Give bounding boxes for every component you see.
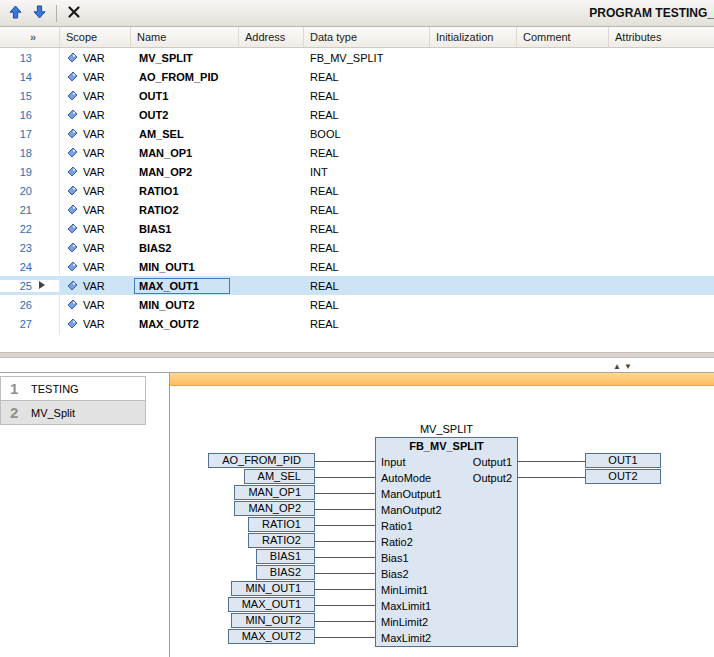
datatype-cell: REAL [304, 204, 430, 216]
fb-pin-row: MinLimit2 [376, 614, 517, 630]
fb-pin-row: MaxLimit1 [376, 598, 517, 614]
fb-pin-row: Ratio1 [376, 518, 517, 534]
table-row[interactable]: 16 VAR OUT2 REAL [0, 105, 714, 124]
delete-button[interactable] [63, 3, 85, 24]
input-var-box[interactable]: MAX_OUT2 [228, 629, 315, 644]
pane-splitter[interactable] [0, 352, 714, 358]
fb-pin-rows: InputOutput1AutoModeOutput2ManOutput1Man… [376, 454, 517, 646]
datatype-cell: REAL [304, 71, 430, 83]
input-var-box[interactable]: MAN_OP2 [234, 501, 315, 516]
chevron-icon: » [30, 31, 36, 43]
table-row[interactable]: 22 VAR BIAS1 REAL [0, 219, 714, 238]
fb-input-pin-label: ManOutput2 [381, 502, 442, 518]
input-var-box[interactable]: RATIO1 [248, 517, 315, 532]
input-var-box[interactable]: RATIO2 [248, 533, 315, 548]
scope-cell: VAR [60, 166, 131, 178]
fb-input-pin-label: Ratio2 [381, 534, 413, 550]
fb-input-pin-label: Bias2 [381, 566, 409, 582]
input-var-box[interactable]: MIN_OUT1 [231, 581, 315, 596]
fb-input-pin-label: MinLimit2 [381, 614, 428, 630]
column-header-address: Address [239, 27, 304, 47]
variable-tag-icon [66, 204, 78, 216]
fbd-canvas: MV_SPLIT FB_MV_SPLIT InputOutput1AutoMod… [170, 386, 714, 657]
scope-cell: VAR [60, 261, 131, 273]
connection-wire [315, 509, 375, 510]
connection-wire [315, 637, 375, 638]
input-var-box[interactable]: MAN_OP1 [234, 485, 315, 500]
line-number: 16 [0, 109, 60, 121]
scope-cell: VAR [60, 223, 131, 235]
line-number: 26 [0, 299, 60, 311]
table-row[interactable]: 18 VAR MAN_OP1 REAL [0, 143, 714, 162]
fb-input-pin-label: Ratio1 [381, 518, 413, 534]
scope-cell: VAR [60, 185, 131, 197]
name-cell: AO_FROM_PID [131, 69, 239, 85]
scope-cell: VAR [60, 52, 131, 64]
table-row[interactable]: 24 VAR MIN_OUT1 REAL [0, 257, 714, 276]
table-row[interactable]: 15 VAR OUT1 REAL [0, 86, 714, 105]
name-cell: MAN_OP1 [131, 145, 239, 161]
scope-cell: VAR [60, 242, 131, 254]
table-row[interactable]: 19 VAR MAN_OP2 INT [0, 162, 714, 181]
connection-wire [518, 477, 585, 478]
datatype-cell: REAL [304, 242, 430, 254]
input-var-box[interactable]: AO_FROM_PID [208, 453, 315, 468]
input-var-box[interactable]: BIAS2 [256, 565, 315, 580]
nav-item-label: MV_Split [31, 407, 75, 419]
connection-wire [315, 589, 375, 590]
input-var-box[interactable]: MAX_OUT1 [228, 597, 315, 612]
table-row[interactable]: 26 VAR MIN_OUT2 REAL [0, 295, 714, 314]
name-cell: AM_SEL [131, 126, 239, 142]
variable-tag-icon [66, 71, 78, 83]
fb-input-pin-label: Input [381, 454, 405, 470]
arrow-up-icon [9, 5, 22, 22]
datatype-cell: REAL [304, 261, 430, 273]
input-var-box[interactable]: BIAS1 [256, 549, 315, 564]
scope-cell: VAR [60, 299, 131, 311]
table-row[interactable]: 27 VAR MAX_OUT2 REAL [0, 314, 714, 333]
gutter-header: » [0, 27, 60, 47]
fb-pin-row: InputOutput1 [376, 454, 517, 470]
scope-cell: VAR [60, 147, 131, 159]
variable-tag-icon [66, 223, 78, 235]
fb-input-pin-label: MaxLimit1 [381, 598, 431, 614]
nav-item-mv-split[interactable]: 2 MV_Split [0, 400, 146, 425]
function-block[interactable]: FB_MV_SPLIT InputOutput1AutoModeOutput2M… [375, 437, 518, 647]
table-row[interactable]: 20 VAR RATIO1 REAL [0, 181, 714, 200]
output-var-box[interactable]: OUT2 [585, 469, 661, 484]
nav-item-label: TESTING [31, 383, 79, 395]
datatype-cell: BOOL [304, 128, 430, 140]
fb-output-pin-label: Output1 [473, 454, 512, 470]
column-header-comment: Comment [517, 27, 609, 47]
table-row[interactable]: 23 VAR BIAS2 REAL [0, 238, 714, 257]
input-var-box[interactable]: AM_SEL [244, 469, 315, 484]
variable-tag-icon [66, 242, 78, 254]
connection-wire [315, 573, 375, 574]
variable-tag-icon [66, 318, 78, 330]
table-row[interactable]: 17 VAR AM_SEL BOOL [0, 124, 714, 143]
fb-pin-row: AutoModeOutput2 [376, 470, 517, 486]
fb-output-pin-label: Output2 [473, 470, 512, 486]
table-row[interactable]: 14 VAR AO_FROM_PID REAL [0, 67, 714, 86]
connection-wire [315, 477, 375, 478]
output-var-box[interactable]: OUT1 [585, 453, 661, 468]
connection-wire [315, 541, 375, 542]
datatype-cell: REAL [304, 147, 430, 159]
collapse-up-button[interactable]: ▲ [613, 362, 621, 372]
move-up-button[interactable] [4, 3, 26, 24]
connection-wire [315, 557, 375, 558]
name-cell: MIN_OUT2 [131, 297, 239, 313]
move-down-button[interactable] [28, 3, 50, 24]
input-var-box[interactable]: MIN_OUT2 [231, 613, 315, 628]
lower-pane: 1 TESTING 2 MV_Split MV_SPLIT FB_MV_SPLI… [0, 373, 714, 657]
line-number: 20 [0, 185, 60, 197]
table-row[interactable]: 13 VAR MV_SPLIT FB_MV_SPLIT [0, 48, 714, 67]
nav-item-testing[interactable]: 1 TESTING [0, 376, 146, 401]
collapse-down-button[interactable]: ▼ [624, 362, 632, 372]
datatype-cell: REAL [304, 318, 430, 330]
table-row[interactable]: 21 VAR RATIO2 REAL [0, 200, 714, 219]
table-row[interactable]: 25 VAR MAX_OUT1 REAL [0, 276, 714, 295]
fb-input-pin-label: AutoMode [381, 470, 431, 486]
fb-pin-row: MinLimit1 [376, 582, 517, 598]
connection-wire [315, 525, 375, 526]
